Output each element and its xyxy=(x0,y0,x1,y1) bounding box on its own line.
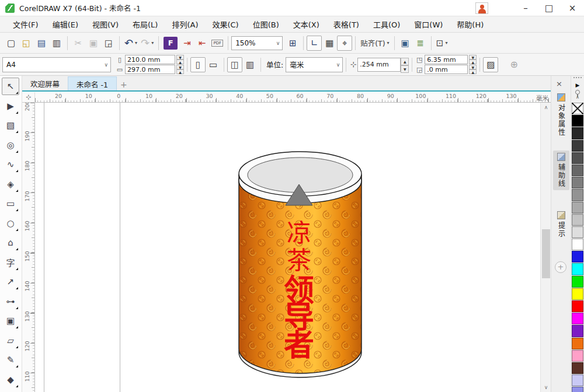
palette-swatch[interactable] xyxy=(572,152,583,164)
eyedropper-tool[interactable]: ✎ xyxy=(2,351,19,369)
import-button[interactable]: ⇥ xyxy=(179,36,194,51)
duplicate-x-field[interactable]: 6.35 mm xyxy=(425,55,468,64)
palette-swatch[interactable] xyxy=(572,115,583,127)
menu-item-0[interactable]: 文件(F) xyxy=(6,16,46,32)
new-document-button[interactable]: ▢ xyxy=(4,36,19,51)
transparency-tool[interactable]: ▱ xyxy=(2,332,19,349)
close-button[interactable]: × xyxy=(561,0,584,16)
menu-item-4[interactable]: 排列(A) xyxy=(165,16,205,32)
palette-swatch[interactable] xyxy=(572,263,583,275)
publish-pdf-button[interactable]: PDF xyxy=(210,36,225,51)
undo-dropdown-caret[interactable]: ▾ xyxy=(135,40,137,46)
paper-size-combo[interactable]: A4∨ xyxy=(2,57,111,72)
palette-swatch[interactable] xyxy=(572,239,583,250)
palette-swatch[interactable] xyxy=(572,338,583,349)
copy-button[interactable]: ▣ xyxy=(86,36,101,51)
docker-add-button[interactable]: + xyxy=(555,261,566,273)
zoom-level-combo[interactable]: 150%∨ xyxy=(231,36,283,50)
show-rulers-button[interactable]: ∟ xyxy=(307,36,322,51)
pick-tool[interactable]: ↖ xyxy=(2,78,19,95)
menu-item-5[interactable]: 效果(C) xyxy=(205,16,245,32)
freehand-tool[interactable]: ∿ xyxy=(2,156,19,173)
connector-tool[interactable]: ⊶ xyxy=(2,293,19,310)
palette-swatch[interactable] xyxy=(572,313,583,324)
tea-can-artwork[interactable]: 凉 茶 领 导 者 xyxy=(237,150,363,382)
palette-swatch[interactable] xyxy=(572,251,583,262)
menu-item-10[interactable]: 窗口(W) xyxy=(407,16,450,32)
crop-tool[interactable]: ▧ xyxy=(2,117,19,134)
add-property-button[interactable]: ⊕ xyxy=(506,57,522,72)
palette-swatch[interactable] xyxy=(572,387,583,392)
minimize-button[interactable]: – xyxy=(514,0,537,16)
scroll-down-arrow[interactable]: ∨ xyxy=(541,383,551,392)
menu-item-7[interactable]: 文本(X) xyxy=(286,16,326,32)
zoom-fit-button[interactable]: ⊞ xyxy=(285,36,300,51)
dynamic-guides-button[interactable]: ⌖ xyxy=(337,36,352,51)
snap-to-button[interactable]: 贴齐(T)▾ xyxy=(359,36,391,51)
paper-width-field[interactable]: 210.0 mm xyxy=(125,55,175,64)
new-tab-button[interactable]: + xyxy=(117,78,131,91)
palette-swatch[interactable] xyxy=(572,140,583,152)
drawing-canvas[interactable]: 凉 茶 领 导 者 xyxy=(35,103,551,392)
palette-swatch[interactable] xyxy=(572,189,583,201)
zoom-tool[interactable]: ◎ xyxy=(2,136,19,154)
interactive-fill-tool[interactable]: ◆ xyxy=(2,371,19,388)
palette-flyout-arrow-icon[interactable]: ▶ xyxy=(571,82,584,89)
palette-swatch-none[interactable] xyxy=(572,103,583,114)
export-button[interactable]: ⇤ xyxy=(194,36,210,51)
palette-swatch[interactable] xyxy=(572,226,583,238)
scrollbar-thumb[interactable] xyxy=(542,229,550,278)
duplicate-x-spinner[interactable]: ▼▲ xyxy=(469,55,477,64)
print-button[interactable]: ▥ xyxy=(49,36,64,51)
palette-swatch[interactable] xyxy=(572,362,583,374)
paper-height-spinner[interactable]: ▼▲ xyxy=(176,65,184,74)
menu-item-2[interactable]: 视图(V) xyxy=(85,16,126,32)
palette-swatch[interactable] xyxy=(572,177,583,188)
docker-tab-hints[interactable]: 提示 xyxy=(553,209,569,240)
treat-as-filled-button[interactable]: ▨ xyxy=(483,57,498,72)
palette-pin-icon[interactable] xyxy=(575,90,580,94)
palette-swatch[interactable] xyxy=(572,127,583,139)
save-button[interactable]: ▤ xyxy=(34,36,49,51)
text-tool[interactable]: 字 xyxy=(2,254,19,271)
show-grid-button[interactable]: ▦ xyxy=(322,36,337,51)
palette-swatch[interactable] xyxy=(572,288,583,300)
tab-welcome-screen[interactable]: 欢迎屏幕 xyxy=(22,76,68,91)
docker-tab-guidelines[interactable]: 辅助线 xyxy=(553,150,569,190)
landscape-button[interactable]: ▭ xyxy=(206,57,221,72)
maximize-button[interactable]: □ xyxy=(537,0,561,16)
open-button[interactable]: ◱ xyxy=(19,36,34,51)
rectangle-tool[interactable]: ▭ xyxy=(2,195,19,212)
menu-item-8[interactable]: 表格(T) xyxy=(326,16,366,32)
palette-drag-handle[interactable] xyxy=(573,77,582,80)
palette-swatch[interactable] xyxy=(572,164,583,176)
tab-document-1[interactable]: 未命名 -1 xyxy=(68,76,117,91)
palette-swatch[interactable] xyxy=(572,300,583,312)
docker-tab-object-properties[interactable]: 对象属性 xyxy=(553,91,569,139)
view-manager-button[interactable]: ≣ xyxy=(413,36,428,51)
nudge-spinner[interactable]: ▲▼ xyxy=(401,58,409,72)
vertical-scrollbar[interactable]: ∧ ∨ xyxy=(540,103,551,392)
docker-close-icon[interactable]: × xyxy=(556,79,562,88)
artistic-media-tool[interactable]: ◈ xyxy=(2,176,19,193)
menu-item-11[interactable]: 帮助(H) xyxy=(450,16,491,32)
units-combo[interactable]: 毫米∨ xyxy=(286,57,343,72)
search-content-button[interactable]: F xyxy=(162,36,179,51)
paper-width-spinner[interactable]: ▼▲ xyxy=(176,55,184,64)
palette-swatch[interactable] xyxy=(572,350,583,362)
menu-item-3[interactable]: 布局(L) xyxy=(126,16,165,32)
nudge-field[interactable]: .254 mm xyxy=(357,58,401,72)
palette-swatch[interactable] xyxy=(572,276,583,288)
paper-height-field[interactable]: 297.0 mm xyxy=(125,65,175,74)
ellipse-tool[interactable]: ○ xyxy=(2,215,19,232)
all-pages-button[interactable]: ◫ xyxy=(227,57,242,72)
horizontal-ruler[interactable]: 毫米20100102030405060708090100110120130 xyxy=(35,92,551,103)
duplicate-y-spinner[interactable]: ▼▲ xyxy=(469,65,477,74)
ruler-origin-button[interactable]: ⊹ xyxy=(22,92,35,103)
drop-shadow-tool[interactable]: ▣ xyxy=(2,312,19,330)
shape-tool[interactable]: ▶ xyxy=(2,97,19,115)
menu-item-1[interactable]: 编辑(E) xyxy=(46,16,85,32)
user-account-icon[interactable] xyxy=(475,2,488,14)
portrait-button[interactable]: ▯ xyxy=(190,57,206,72)
palette-swatch[interactable] xyxy=(572,214,583,226)
